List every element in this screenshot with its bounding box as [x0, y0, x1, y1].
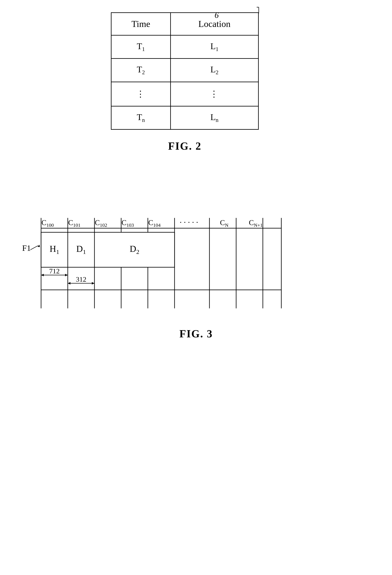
label-712-text: 712 — [49, 267, 60, 275]
hdr-c102: C102 — [95, 218, 107, 228]
table-row: Tn Ln — [111, 106, 259, 129]
table-row: T1 L1 — [111, 35, 259, 59]
hdr-c104: C104 — [148, 218, 161, 228]
table-row: ⋮ ⋮ — [111, 82, 259, 106]
hdr-cn1: CN+1 — [249, 218, 263, 228]
hdr-cn: CN — [220, 218, 228, 228]
f1-arrow — [30, 246, 38, 250]
table-row: T2 L2 — [111, 59, 259, 82]
fig2-table-wrapper: 6 Time Location T1 L1 T2 L2 — [111, 12, 259, 130]
cell-dots-t: ⋮ — [111, 82, 171, 106]
cell-ln: Ln — [171, 106, 258, 129]
col-header-time: Time — [111, 13, 171, 35]
table-header-row: Time Location — [111, 13, 259, 35]
fig3-full: C100 C101 C102 C103 C104 · · · · · CN CN… — [16, 210, 376, 340]
cell-t2: T2 — [111, 59, 171, 82]
arrow-712-rh — [65, 274, 68, 276]
fig2-container: 6 Time Location T1 L1 T2 L2 — [72, 12, 298, 152]
hdr-c100: C100 — [42, 218, 54, 228]
fig3-main-svg: C100 C101 C102 C103 C104 · · · · · CN CN… — [16, 210, 376, 325]
hdr-dots: · · · · · — [180, 218, 198, 227]
hdr-c101: C101 — [68, 218, 81, 228]
fig2-ref-label: 6 — [215, 10, 219, 20]
cell-dots-l: ⋮ — [171, 82, 258, 106]
label-312-text: 312 — [76, 275, 87, 283]
arrow-312-rh — [92, 282, 94, 285]
fig2-table: Time Location T1 L1 T2 L2 ⋮ ⋮ Tn — [111, 12, 259, 130]
corner-bracket — [244, 6, 261, 14]
arrow-712-lh — [41, 274, 44, 276]
cell-t1: T1 — [111, 35, 171, 59]
fig2-caption: FIG. 2 — [168, 140, 201, 152]
hdr-c103: C103 — [122, 218, 134, 228]
cell-tn: Tn — [111, 106, 171, 129]
cell-l2: L2 — [171, 59, 258, 82]
arrow-312-lh — [68, 282, 70, 285]
frame-f1 — [41, 232, 174, 267]
cell-l1: L1 — [171, 35, 258, 59]
f1-label-text: F1 — [22, 243, 31, 253]
fig3-caption-text: FIG. 3 — [16, 328, 376, 340]
